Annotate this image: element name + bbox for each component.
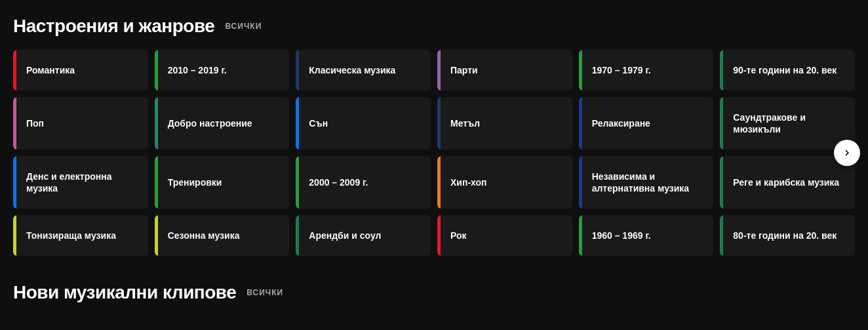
genre-card[interactable]: Добро настроение: [155, 97, 290, 150]
color-bar: [437, 50, 441, 91]
color-bar: [720, 215, 723, 256]
genre-label: Хип-хоп: [448, 176, 487, 188]
color-bar: [13, 50, 16, 91]
genre-label: Добро настроение: [165, 117, 252, 129]
genre-label: Тонизираща музика: [24, 230, 116, 241]
color-bar: [155, 50, 158, 91]
color-bar: [296, 215, 299, 256]
moods-genres-section: Настроения и жанрове ВСИЧКИ Романтика 20…: [0, 0, 868, 266]
genre-label: 2000 – 2009 г.: [306, 176, 368, 188]
genre-card[interactable]: Сезонна музика: [155, 215, 290, 256]
genre-label: Метъл: [448, 117, 480, 129]
genre-card[interactable]: Рок: [437, 215, 572, 256]
genre-card[interactable]: Поп: [13, 97, 148, 150]
section-title: Настроения и жанрове: [13, 16, 214, 37]
genre-card[interactable]: Арендби и соул: [296, 215, 431, 256]
genre-label: Реге и карибска музика: [730, 176, 839, 188]
genre-label: Романтика: [24, 64, 75, 76]
genre-card[interactable]: 80-те години на 20. век: [720, 215, 855, 256]
genre-card[interactable]: 2010 – 2019 г.: [155, 50, 290, 91]
genre-card[interactable]: Тренировки: [155, 156, 290, 209]
genre-label: Тренировки: [165, 176, 222, 188]
genre-label: 2010 – 2019 г.: [165, 64, 227, 76]
genre-label: 90-те години на 20. век: [730, 64, 837, 76]
color-bar: [579, 50, 582, 91]
genre-label: Независима и алтернативна музика: [589, 171, 703, 194]
color-bar: [296, 97, 299, 150]
genre-card[interactable]: 2000 – 2009 г.: [296, 156, 431, 209]
genre-card[interactable]: 1970 – 1979 г.: [579, 50, 714, 91]
genre-card[interactable]: Саундтракове и мюзикъли: [720, 97, 855, 150]
genre-card[interactable]: Тонизираща музика: [13, 215, 148, 256]
color-bar: [579, 156, 582, 209]
color-bar: [296, 156, 299, 209]
bottom-section-header: Нови музикални клипове ВСИЧКИ: [13, 282, 855, 303]
color-bar: [13, 97, 16, 150]
new-music-videos-section: Нови музикални клипове ВСИЧКИ: [0, 266, 868, 327]
color-bar: [437, 215, 441, 256]
genre-label: Рок: [448, 230, 467, 241]
genre-card[interactable]: Независима и алтернативна музика: [579, 156, 714, 209]
genre-card[interactable]: Денс и електронна музика: [13, 156, 148, 209]
genre-card[interactable]: 90-те години на 20. век: [720, 50, 855, 91]
color-bar: [579, 97, 582, 150]
genre-label: 1970 – 1979 г.: [589, 64, 651, 76]
color-bar: [437, 97, 441, 150]
genre-card[interactable]: Реге и карибска музика: [720, 156, 855, 209]
genre-label: 80-те години на 20. век: [730, 230, 837, 241]
genre-label: Парти: [448, 64, 478, 76]
genre-label: Саундтракове и мюзикъли: [730, 112, 844, 135]
next-button[interactable]: [834, 140, 860, 166]
genre-card[interactable]: Хип-хоп: [437, 156, 572, 209]
color-bar: [720, 97, 723, 150]
genre-label: Денс и електронна музика: [24, 171, 138, 194]
chevron-right-icon: [841, 147, 853, 159]
genre-card[interactable]: 1960 – 1969 г.: [579, 215, 714, 256]
bottom-all-link[interactable]: ВСИЧКИ: [247, 288, 283, 297]
genre-card[interactable]: Романтика: [13, 50, 148, 91]
genre-label: Сезонна музика: [165, 230, 240, 241]
genre-label: 1960 – 1969 г.: [589, 230, 651, 241]
color-bar: [13, 156, 16, 209]
genre-label: Класическа музика: [306, 64, 395, 76]
genre-label: Сън: [306, 117, 328, 129]
genre-card[interactable]: Метъл: [437, 97, 572, 150]
color-bar: [13, 215, 16, 256]
section-header: Настроения и жанрове ВСИЧКИ: [13, 16, 855, 37]
genre-label: Релаксиране: [589, 117, 650, 129]
all-link[interactable]: ВСИЧКИ: [225, 22, 262, 31]
genre-card[interactable]: Парти: [437, 50, 572, 91]
genre-label: Арендби и соул: [306, 230, 381, 241]
color-bar: [155, 97, 158, 150]
color-bar: [296, 50, 299, 91]
genre-card[interactable]: Сън: [296, 97, 431, 150]
color-bar: [155, 215, 158, 256]
color-bar: [579, 215, 582, 256]
color-bar: [437, 156, 441, 209]
genre-label: Поп: [24, 117, 44, 129]
genre-grid-container: Романтика 2010 – 2019 г. Класическа музи…: [13, 50, 855, 256]
genre-grid: Романтика 2010 – 2019 г. Класическа музи…: [13, 50, 855, 256]
color-bar: [720, 50, 723, 91]
color-bar: [720, 156, 723, 209]
genre-card[interactable]: Класическа музика: [296, 50, 431, 91]
genre-card[interactable]: Релаксиране: [579, 97, 714, 150]
bottom-section-title: Нови музикални клипове: [13, 282, 236, 303]
color-bar: [155, 156, 158, 209]
